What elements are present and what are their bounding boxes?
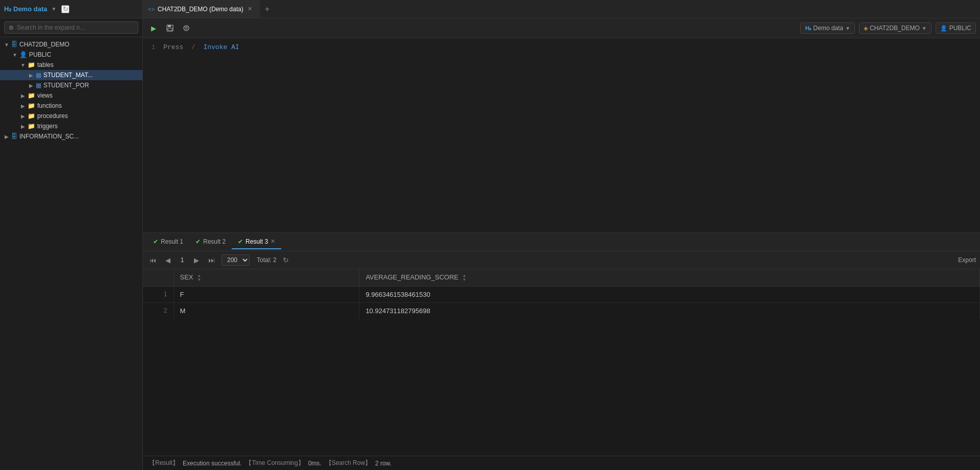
last-page-button[interactable]: ⏭ [206,255,217,265]
user-selector[interactable]: 👤 PUBLIC [936,22,976,34]
tree-label-db2: INFORMATION_SC... [19,133,79,140]
chevron-views [19,92,27,99]
result-tab-close-3[interactable]: ✕ [271,238,275,245]
tree-label-tables: tables [37,61,54,68]
chevron-table2 [28,82,35,89]
editor-slash-char: / [191,43,195,51]
tree-node-tables[interactable]: 📁 tables [0,60,142,70]
schema-name-label: CHAT2DB_DEMO [870,25,920,32]
svg-rect-2 [168,28,172,31]
next-page-button[interactable]: ▶ [191,255,202,265]
new-tab-button[interactable]: + [260,0,275,18]
row-num-1: 1 [143,286,174,302]
tree-node-table1[interactable]: ▦ STUDENT_MAT... [0,70,142,80]
editor-space [198,43,202,51]
col-header-avg-score[interactable]: AVERAGE_READING_SCORE ▲▼ [359,269,980,286]
folder-icon-views: 📁 [28,92,35,99]
tree-label-table2: STUDENT_POR [43,82,89,89]
db-name-label: Demo data [813,25,843,32]
app-logo: H₂ Demo data [4,5,47,13]
page-size-select[interactable]: 200 100 500 [222,254,250,266]
db-icon-2: 🗄 [11,133,17,140]
chevron-tables [19,61,27,68]
table-icon-2: ▦ [36,82,41,89]
cell-avg-1: 9.9663461538461530 [359,286,980,302]
data-table: SEX ▲▼ AVERAGE_READING_SCORE ▲▼ 1 [143,269,980,319]
editor-area[interactable]: 1 Press / Invoke AI [143,38,980,232]
refresh-results-button[interactable]: ↻ [281,255,291,265]
table-toolbar: ⏮ ◀ 1 ▶ ⏭ 200 100 500 Total: 2 ↻ Export [143,251,980,269]
format-button[interactable] [180,21,193,35]
cell-sex-1: F [174,286,359,302]
search-box[interactable]: ⚙ Search in the expand n... [4,21,138,34]
row-num-2: 2 [143,302,174,319]
db-icon: 🗄 [11,41,17,48]
chevron-table1 [28,72,35,79]
run-button[interactable]: ▶ [147,21,160,35]
search-label: 【Search Row】 [326,459,371,467]
time-label: 【Time Consuming】 [246,459,304,467]
editor-slash [185,43,189,51]
result-tab-label-3: Result 3 [246,238,268,245]
chevron-triggers [19,123,27,130]
sort-icon-avg-score: ▲▼ [462,274,467,282]
tree-node-db2[interactable]: 🗄 INFORMATION_SC... [0,131,142,142]
result-check-1: ✔ [153,238,158,245]
tree-node-views[interactable]: 📁 views [0,90,142,101]
schema-icon-header: ◈ [864,25,868,32]
result-tab-2[interactable]: ✔ Result 2 [189,235,232,249]
tree-label-views: views [37,92,53,99]
col-header-sex[interactable]: SEX ▲▼ [174,269,359,286]
cell-avg-2: 10.924731182795698 [359,302,980,319]
export-button[interactable]: Export [958,256,976,264]
schema-chevron: ▼ [922,26,927,31]
folder-icon-functions: 📁 [28,102,35,109]
tree-node-db1[interactable]: 🗄 CHAT2DB_DEMO [0,39,142,50]
result-value: Execution successful. [183,460,241,467]
editor-line-1: 1 Press / Invoke AI [143,42,980,52]
sidebar: ⚙ Search in the expand n... 🗄 CHAT2DB_DE… [0,18,143,470]
db-chevron: ▼ [845,26,850,31]
result-tab-3[interactable]: ✔ Result 3 ✕ [232,235,281,249]
chevron-db1 [3,41,10,48]
col-header-rownum [143,269,174,286]
search-placeholder: Search in the expand n... [17,24,85,31]
tree-node-triggers[interactable]: 📁 triggers [0,121,142,131]
tab-close-button[interactable]: ✕ [247,5,253,13]
connection-chevron[interactable] [50,6,57,13]
tab-label: CHAT2DB_DEMO (Demo data) [158,6,243,13]
result-check-3: ✔ [238,238,243,245]
connection-info: H₂ Demo data ▼ ◈ CHAT2DB_DEMO ▼ 👤 PUBLIC [800,22,976,34]
tree-label-procedures: procedures [37,112,68,120]
result-tab-label-1: Result 1 [161,238,183,245]
time-value: 0ms. [308,460,322,467]
sort-icon-sex: ▲▼ [197,274,201,282]
folder-icon-procedures: 📁 [28,112,35,120]
folder-icon-triggers: 📁 [28,123,35,130]
title-bar-left: H₂ Demo data ↻ [4,5,142,13]
result-tab-label-2: Result 2 [203,238,226,245]
tree-label-schema1: PUBLIC [29,51,51,58]
tree-label-db1: CHAT2DB_DEMO [19,41,69,48]
data-table-wrapper[interactable]: SEX ▲▼ AVERAGE_READING_SCORE ▲▼ 1 [143,269,980,456]
folder-icon-tables: 📁 [28,61,35,68]
tree-node-functions[interactable]: 📁 functions [0,101,142,111]
tree-node-table2[interactable]: ▦ STUDENT_POR [0,80,142,90]
refresh-button[interactable]: ↻ [61,5,69,13]
main-tab[interactable]: <> CHAT2DB_DEMO (Demo data) ✕ [142,0,260,18]
page-number: 1 [177,255,187,265]
tree-label-table1: STUDENT_MAT... [43,72,92,79]
save-button[interactable] [163,21,177,35]
result-check-2: ✔ [195,238,201,245]
schema-icon: 👤 [19,51,27,58]
tree-node-schema1[interactable]: 👤 PUBLIC [0,50,142,60]
tree-node-procedures[interactable]: 📁 procedures [0,111,142,121]
editor-toolbar: ▶ H₂ Demo data [143,18,980,38]
schema-selector[interactable]: ◈ CHAT2DB_DEMO ▼ [859,22,932,34]
chevron-procedures [19,112,27,120]
prev-page-button[interactable]: ◀ [163,255,173,265]
search-icon: ⚙ [9,25,14,31]
db-selector[interactable]: H₂ Demo data ▼ [800,22,855,34]
result-tab-1[interactable]: ✔ Result 1 [147,235,189,249]
first-page-button[interactable]: ⏮ [147,255,159,265]
